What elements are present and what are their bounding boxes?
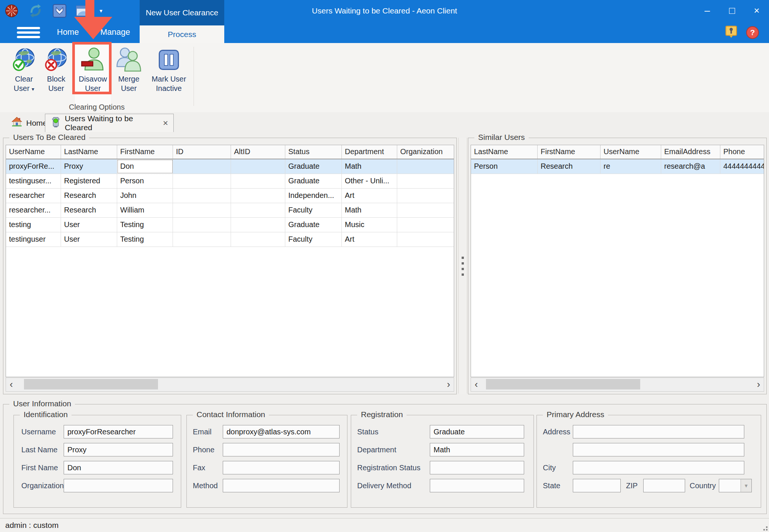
table-cell[interactable]: User (61, 232, 117, 247)
registration-status-field[interactable] (430, 461, 524, 474)
address-line1-field[interactable] (573, 425, 744, 438)
mark-user-inactive-button[interactable]: Mark UserInactive (146, 45, 192, 105)
table-cell[interactable]: Registered (61, 174, 117, 188)
table-cell[interactable]: researcher (6, 189, 61, 203)
table-cell[interactable]: testing (6, 218, 61, 232)
close-button[interactable]: × (744, 0, 769, 21)
table-row[interactable]: researcherResearchJohnIndependen...Art (6, 189, 454, 203)
table-cell[interactable]: Research (61, 203, 117, 217)
menu-manage[interactable]: Manage (100, 23, 130, 41)
app-logo-icon[interactable] (4, 3, 19, 19)
quick-access-dropdown-icon[interactable]: ▾ (100, 7, 103, 14)
table-cell[interactable]: Music (342, 218, 397, 232)
column-header-lastname[interactable]: LastName (61, 145, 117, 159)
clear-user-button[interactable]: Clear User ▾ (6, 45, 42, 105)
scrollbar-thumb[interactable] (24, 379, 158, 389)
table-cell[interactable] (173, 159, 231, 174)
table-cell[interactable]: Person (471, 159, 538, 174)
table-cell[interactable] (231, 203, 285, 217)
table-cell[interactable]: Proxy (61, 159, 117, 174)
table-cell[interactable]: Math (342, 159, 397, 174)
table-cell[interactable]: Art (342, 232, 397, 247)
refresh-icon[interactable] (28, 3, 43, 19)
table-cell[interactable]: Faculty (285, 203, 342, 217)
table-cell[interactable]: 4444444444 (720, 159, 764, 174)
table-row[interactable]: testinguser...RegisteredPersonGraduateOt… (6, 174, 454, 189)
table-cell[interactable] (397, 232, 454, 247)
table-cell[interactable]: Testing (117, 218, 173, 232)
table-cell[interactable]: testinguser (6, 232, 61, 247)
table-cell[interactable]: Independen... (285, 189, 342, 203)
first-name-field[interactable] (64, 461, 173, 474)
window-view-icon[interactable] (76, 3, 91, 19)
table-cell[interactable]: John (117, 189, 173, 203)
table-cell[interactable] (231, 174, 285, 188)
table-cell[interactable] (397, 189, 454, 203)
table-cell[interactable] (173, 218, 231, 232)
table-row[interactable]: testingUserTestingGraduateMusic (6, 218, 454, 232)
tab-process[interactable]: Process (140, 25, 224, 43)
column-header-username[interactable]: UserName (601, 145, 661, 159)
organization-field[interactable] (64, 479, 173, 492)
table-row[interactable]: testinguserUserTestingFacultyArt (6, 232, 454, 247)
table-cell[interactable] (397, 174, 454, 188)
panel-splitter[interactable] (458, 138, 467, 394)
scroll-right-icon[interactable]: › (443, 378, 454, 391)
table-cell[interactable]: Don (117, 159, 173, 174)
table-cell[interactable]: research@a (661, 159, 720, 174)
maximize-button[interactable]: □ (720, 0, 744, 21)
merge-user-button[interactable]: MergeUser (112, 45, 145, 105)
table-row[interactable]: proxyForRe...ProxyDonGraduateMath (6, 159, 454, 174)
column-header-altid[interactable]: AltID (231, 145, 285, 159)
state-field[interactable] (573, 479, 621, 492)
hamburger-menu-icon[interactable] (17, 27, 40, 38)
block-user-button[interactable]: BlockUser (39, 45, 73, 105)
table-cell[interactable]: testinguser... (6, 174, 61, 188)
table-cell[interactable] (397, 203, 454, 217)
table-cell[interactable]: Graduate (285, 174, 342, 188)
zip-field[interactable] (643, 479, 685, 492)
column-header-phone[interactable]: Phone (720, 145, 764, 159)
resize-grip[interactable] (762, 525, 768, 531)
table-cell[interactable] (173, 203, 231, 217)
table-cell[interactable]: re (601, 159, 661, 174)
table-cell[interactable]: Math (342, 203, 397, 217)
last-name-field[interactable] (64, 443, 173, 456)
column-header-status[interactable]: Status (285, 145, 342, 159)
table-cell[interactable]: Person (117, 174, 173, 188)
check-box-icon[interactable] (52, 3, 67, 19)
table-cell[interactable]: Graduate (285, 218, 342, 232)
phone-field[interactable] (223, 443, 340, 456)
table-cell[interactable] (231, 218, 285, 232)
table-cell[interactable] (397, 159, 454, 174)
table-cell[interactable]: William (117, 203, 173, 217)
column-header-organization[interactable]: Organization (397, 145, 454, 159)
tab-close-icon[interactable]: × (163, 118, 168, 128)
address-line2-field[interactable] (573, 443, 744, 456)
scroll-right-icon[interactable]: › (753, 378, 764, 391)
table-cell[interactable] (231, 159, 285, 174)
table-cell[interactable] (173, 232, 231, 247)
table-cell[interactable]: Art (342, 189, 397, 203)
column-header-username[interactable]: UserName (6, 145, 61, 159)
country-dropdown-icon[interactable]: ▼ (741, 479, 752, 492)
help-icon[interactable]: ? (745, 25, 760, 42)
fax-field[interactable] (223, 461, 340, 474)
column-header-firstname[interactable]: FirstName (538, 145, 601, 159)
table-cell[interactable]: Faculty (285, 232, 342, 247)
username-field[interactable] (64, 425, 173, 438)
table-cell[interactable]: Research (61, 189, 117, 203)
table-cell[interactable]: Research (538, 159, 601, 174)
status-field[interactable] (430, 425, 524, 438)
city-field[interactable] (573, 461, 744, 474)
tab-users-waiting-to-be-cleared[interactable]: Users Waiting to be Cleared × (45, 114, 174, 132)
scroll-left-icon[interactable]: ‹ (471, 378, 481, 391)
method-field[interactable] (223, 479, 340, 492)
table-row[interactable]: PersonResearchreresearch@a4444444444 (471, 159, 764, 174)
users-grid-hscrollbar[interactable]: ‹ › (6, 377, 454, 392)
column-header-firstname[interactable]: FirstName (117, 145, 173, 159)
minimize-button[interactable]: – (695, 0, 720, 21)
table-cell[interactable]: User (61, 218, 117, 232)
delivery-method-field[interactable] (430, 479, 524, 492)
table-cell[interactable]: researcher... (6, 203, 61, 217)
